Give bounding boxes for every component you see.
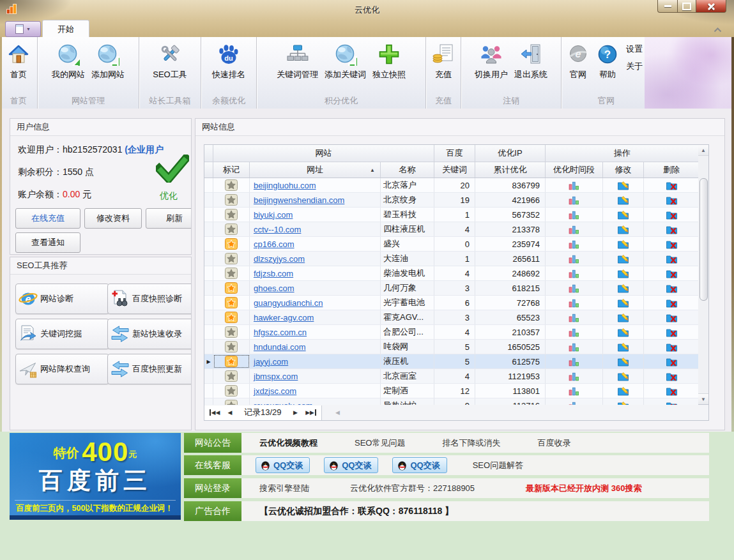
scrollbar-thumb[interactable] <box>700 178 708 301</box>
my-sites-button[interactable]: 我的网站 <box>49 40 88 80</box>
site-url-link[interactable]: cctv--10.com <box>254 225 301 234</box>
edit-icon[interactable] <box>603 340 644 354</box>
period-chart-icon[interactable] <box>546 252 603 266</box>
col-keywords[interactable]: 关键词 <box>434 162 475 178</box>
star-toggle[interactable] <box>213 208 250 222</box>
edit-profile-button[interactable]: 修改资料 <box>84 208 142 229</box>
add-keyword-button[interactable]: 添加关键词 <box>321 40 369 80</box>
quick-rank-button[interactable]: 快速排名 <box>209 40 248 80</box>
table-row[interactable]: ghoes.com 几何万象 3 618215 <box>204 281 699 296</box>
tab-start[interactable]: 开始 <box>42 20 89 38</box>
edit-icon[interactable] <box>603 296 644 310</box>
recharge-button[interactable]: 充值 <box>429 40 458 80</box>
period-chart-icon[interactable] <box>546 266 603 280</box>
edit-icon[interactable] <box>603 266 644 280</box>
ribbon-collapse-chevron-icon[interactable] <box>711 26 724 34</box>
switch-user-button[interactable]: 切换用户 <box>471 40 511 80</box>
seo-tools-button[interactable]: SEO工具 <box>149 40 190 80</box>
star-toggle[interactable] <box>213 310 250 324</box>
period-chart-icon[interactable] <box>546 325 603 339</box>
delete-icon[interactable] <box>644 208 699 222</box>
link-baidu-index[interactable]: 百度收录 <box>537 437 570 449</box>
settings-button[interactable]: 设置 <box>626 43 643 55</box>
period-chart-icon[interactable] <box>546 237 603 251</box>
hscroll-left-icon[interactable]: ◀ <box>331 407 345 419</box>
about-button[interactable]: 关于 <box>626 61 643 72</box>
delete-icon[interactable] <box>644 310 699 324</box>
snapshot-diagnose-button[interactable]: 百度快照诊断 <box>107 284 192 314</box>
add-site-button[interactable]: 添加网站 <box>88 40 128 80</box>
period-chart-icon[interactable] <box>546 193 603 207</box>
period-chart-icon[interactable] <box>546 178 603 192</box>
help-button[interactable]: 帮助 <box>593 40 622 80</box>
delete-icon[interactable] <box>644 296 699 310</box>
col-total[interactable]: 累计优化 <box>475 162 546 178</box>
period-chart-icon[interactable] <box>546 384 603 398</box>
site-url-link[interactable]: beijingwenshendian.com <box>254 195 344 205</box>
delete-icon[interactable] <box>644 237 699 251</box>
official-site-button[interactable]: 官网 <box>563 40 593 80</box>
star-toggle[interactable] <box>213 296 250 310</box>
keyword-dig-button[interactable]: 关键词挖掘 <box>15 319 109 349</box>
snapshot-update-button[interactable]: 百度快照更新 <box>107 354 192 384</box>
col-name[interactable]: 名称 <box>381 162 434 178</box>
delete-icon[interactable] <box>644 340 699 354</box>
app-menu-button[interactable]: ▼ <box>5 21 41 37</box>
site-url-link[interactable]: ghoes.com <box>254 284 294 293</box>
maximize-button[interactable] <box>678 0 696 13</box>
last-page-button[interactable]: ▶▶ <box>303 407 319 419</box>
star-toggle[interactable] <box>213 340 250 354</box>
col-edit[interactable]: 修改 <box>603 162 644 178</box>
table-row[interactable]: dlzszyjys.com 大连油 1 265611 <box>204 252 699 266</box>
delete-icon[interactable] <box>644 384 699 398</box>
col-delete[interactable]: 删除 <box>644 162 699 178</box>
edit-icon[interactable] <box>603 178 644 192</box>
table-row[interactable]: jbmspx.com 北京画室 4 1121953 <box>204 369 699 384</box>
vertical-scrollbar[interactable]: ▲ ▼ <box>698 144 709 405</box>
period-chart-icon[interactable] <box>546 281 603 295</box>
edit-icon[interactable] <box>603 325 644 339</box>
star-toggle[interactable] <box>213 193 250 207</box>
period-chart-icon[interactable] <box>546 310 603 324</box>
delete-icon[interactable] <box>644 354 699 368</box>
snapshot-button[interactable]: 独立快照 <box>369 40 409 80</box>
star-toggle[interactable] <box>213 281 250 295</box>
minimize-button[interactable] <box>657 0 678 13</box>
table-row[interactable]: cctv--10.com 四柱液压机 4 213378 <box>204 222 699 237</box>
home-button[interactable]: 首页 <box>4 40 33 80</box>
star-toggle[interactable] <box>213 325 250 339</box>
qq-chat-button[interactable]: QQ交谈 <box>256 457 310 473</box>
star-toggle[interactable] <box>213 222 250 236</box>
scroll-down-icon[interactable]: ▼ <box>698 393 708 404</box>
view-notice-button[interactable]: 查看通知 <box>15 232 80 253</box>
edit-icon[interactable] <box>603 369 644 383</box>
edit-icon[interactable] <box>603 384 644 398</box>
col-mark[interactable]: 标记 <box>213 162 250 178</box>
star-toggle[interactable] <box>213 266 250 280</box>
table-row[interactable]: hawker-agv.com 霍克AGV... 3 65523 <box>204 310 699 325</box>
table-row[interactable]: guangyudianchi.cn 光宇蓄电池 6 72768 <box>204 296 699 310</box>
delete-icon[interactable] <box>644 178 699 192</box>
delete-icon[interactable] <box>644 369 699 383</box>
site-url-link[interactable]: beijingluohu.com <box>254 181 316 190</box>
star-toggle[interactable] <box>213 369 250 383</box>
fast-index-button[interactable]: 新站快速收录 <box>107 319 192 349</box>
next-page-button[interactable]: ▶ <box>288 407 303 419</box>
site-diagnose-button[interactable]: 网站诊断 <box>15 284 109 314</box>
first-page-button[interactable]: ◀◀ <box>207 407 222 419</box>
delete-icon[interactable] <box>644 193 699 207</box>
site-url-link[interactable]: guangyudianchi.cn <box>254 298 323 308</box>
edit-icon[interactable] <box>603 237 644 251</box>
table-row[interactable]: beijingluohu.com 北京落户 20 836799 <box>204 178 699 193</box>
period-chart-icon[interactable] <box>546 222 603 236</box>
close-button[interactable] <box>696 0 726 13</box>
scroll-up-icon[interactable]: ▲ <box>698 145 708 156</box>
star-toggle[interactable] <box>213 237 250 251</box>
edit-icon[interactable] <box>603 281 644 295</box>
table-row[interactable]: cp166.com 盛兴 0 235974 <box>204 237 699 252</box>
star-toggle[interactable] <box>213 178 250 192</box>
refresh-button[interactable]: 刷新 <box>146 208 192 229</box>
table-row[interactable]: biyukj.com 碧玉科技 1 567352 <box>204 208 699 222</box>
delete-icon[interactable] <box>644 325 699 339</box>
table-row[interactable]: hfgszc.com.cn 合肥公司... 4 210357 <box>204 325 699 340</box>
